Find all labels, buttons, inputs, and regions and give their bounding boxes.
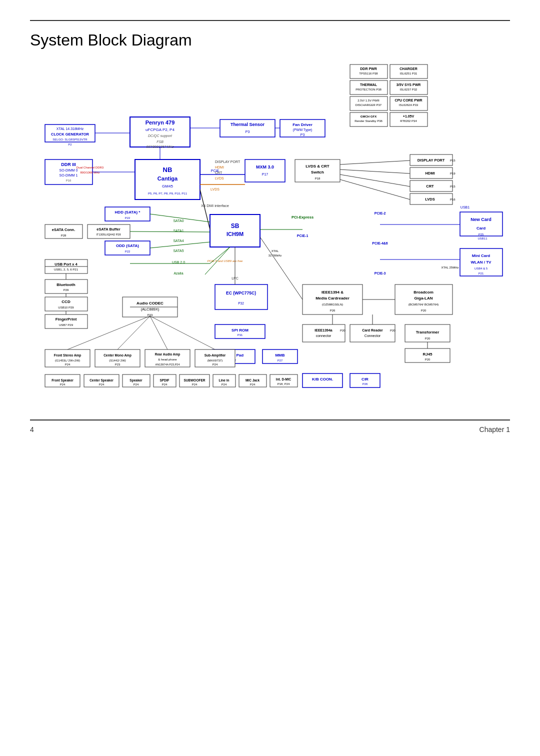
svg-text:P22: P22	[125, 250, 130, 253]
svg-text:P31: P31	[238, 334, 243, 336]
svg-text:Front Speaker: Front Speaker	[52, 378, 74, 382]
svg-text:USB1: USB1	[460, 206, 470, 209]
svg-text:Center Mono Amp: Center Mono Amp	[104, 354, 132, 358]
svg-text:connector: connector	[316, 334, 332, 338]
svg-text:uFCPGA  P2, P4: uFCPGA P2, P4	[146, 128, 174, 132]
svg-text:SB: SB	[231, 222, 240, 230]
svg-text:USB4 & 5: USB4 & 5	[474, 267, 488, 270]
svg-text:32.768kHz: 32.768kHz	[268, 254, 282, 257]
svg-text:Broadcom: Broadcom	[414, 290, 434, 294]
svg-text:Connector: Connector	[364, 334, 381, 338]
svg-text:eSATA Buffer: eSATA Buffer	[96, 227, 120, 232]
svg-text:PROTECTION  P38: PROTECTION P38	[356, 88, 382, 91]
svg-text:New Card: New Card	[470, 217, 492, 222]
svg-text:PCIE-1: PCIE-1	[297, 234, 308, 238]
page-title: System Block Diagram	[30, 31, 510, 50]
svg-text:(MAX9737): (MAX9737)	[208, 359, 222, 362]
svg-text:(PWM Type): (PWM Type)	[293, 128, 312, 132]
svg-text:P18: P18	[315, 177, 320, 180]
svg-text:SPI ROM: SPI ROM	[232, 328, 248, 332]
svg-text:FingerPrint: FingerPrint	[56, 317, 77, 322]
svg-text:P23: P23	[115, 363, 120, 366]
svg-text:ISL6262A   P33: ISL6262A P33	[399, 104, 418, 106]
svg-text:P24: P24	[222, 383, 227, 386]
svg-line-245	[340, 170, 410, 174]
svg-text:P17: P17	[262, 172, 268, 176]
svg-text:GMCH  GFX: GMCH GFX	[360, 115, 376, 118]
svg-text:ICH9M: ICH9M	[226, 231, 244, 237]
svg-text:Fan Driver: Fan Driver	[292, 122, 312, 127]
svg-text:2.5V/ 1.5V PWR: 2.5V/ 1.5V PWR	[358, 99, 380, 102]
svg-text:& head phone: & head phone	[158, 358, 177, 361]
svg-text:ODD (SATA): ODD (SATA)	[116, 244, 139, 248]
svg-text:AN13974A  P23,P24: AN13974A P23,P24	[156, 363, 180, 366]
svg-text:Penryn 479: Penryn 479	[146, 120, 175, 126]
svg-text:P25: P25	[478, 233, 484, 236]
svg-text:LVDS: LVDS	[215, 176, 224, 180]
page-footer: 4 Chapter 1	[30, 420, 510, 438]
svg-text:Center Speaker: Center Speaker	[90, 378, 114, 382]
svg-text:(ALC889X): (ALC889X)	[140, 307, 160, 312]
svg-text:Thermal Sensor: Thermal Sensor	[230, 122, 265, 127]
svg-text:(G1453L/ 2W+2W): (G1453L/ 2W+2W)	[55, 359, 80, 362]
svg-text:EC (WPC775C): EC (WPC775C)	[226, 290, 256, 296]
svg-text:LVDS: LVDS	[210, 188, 220, 191]
svg-text:eSATA Conn.: eSATA Conn.	[52, 228, 76, 232]
svg-text:XTAL: XTAL	[272, 250, 279, 252]
svg-text:CIR: CIR	[362, 377, 368, 382]
svg-text:MIC Jack: MIC Jack	[246, 378, 260, 382]
svg-text:P24: P24	[250, 383, 256, 386]
svg-text:P16: P16	[450, 198, 456, 201]
svg-text:HDD (SATA) *: HDD (SATA) *	[115, 210, 141, 214]
svg-line-252	[118, 316, 150, 350]
svg-text:RJ45: RJ45	[422, 352, 432, 356]
svg-text:IEEE1394a: IEEE1394a	[314, 328, 332, 332]
svg-rect-146	[302, 324, 345, 342]
svg-text:Transformer: Transformer	[416, 330, 440, 334]
svg-text:DDR III: DDR III	[61, 162, 76, 167]
svg-text:HDMI: HDMI	[425, 171, 434, 176]
svg-text:USB1, 2, 5, 6  P21: USB1, 2, 5, 6 P21	[54, 268, 78, 271]
svg-text:TPS5116  P38: TPS5116 P38	[359, 72, 378, 75]
svg-text:P26: P26	[362, 382, 368, 386]
svg-text:P2: P2	[68, 143, 72, 146]
svg-text:RT8202   P34: RT8202 P34	[400, 120, 417, 122]
svg-text:PCIE-4&6: PCIE-4&6	[372, 242, 388, 245]
svg-text:(S1442/ 2W): (S1442/ 2W)	[109, 359, 126, 362]
svg-text:P18, P24: P18, P24	[278, 382, 290, 386]
svg-text:XTAL 25MHz: XTAL 25MHz	[441, 266, 458, 269]
svg-text:Azalia: Azalia	[174, 272, 183, 275]
svg-text:P24: P24	[212, 363, 218, 366]
svg-text:Speaker: Speaker	[130, 378, 142, 382]
svg-text:P20: P20	[390, 329, 396, 332]
svg-text:Giga-LAN: Giga-LAN	[414, 296, 433, 300]
svg-rect-150	[350, 324, 395, 342]
svg-text:P24: P24	[192, 383, 198, 386]
svg-text:CRT: CRT	[426, 184, 434, 188]
svg-rect-116	[215, 284, 268, 310]
svg-text:X4 DMI interface: X4 DMI interface	[201, 204, 229, 208]
chapter-label: Chapter 1	[480, 426, 510, 434]
svg-text:Rear Audio Amp: Rear Audio Amp	[155, 352, 180, 356]
svg-text:SATA5: SATA5	[173, 249, 184, 252]
svg-text:USB Port x 4: USB Port x 4	[54, 262, 78, 266]
svg-text:Render Standby P36: Render Standby P36	[354, 120, 382, 122]
block-diagram: DDR PWR TPS5116 P38 CHARGER ISL6251 P31 …	[30, 60, 510, 410]
svg-text:P28: P28	[61, 234, 66, 237]
svg-text:Switch: Switch	[311, 170, 324, 174]
svg-rect-54	[245, 160, 285, 182]
svg-text:SATA0: SATA0	[173, 219, 184, 222]
svg-text:LVDS: LVDS	[425, 197, 434, 202]
svg-text:+1.05V: +1.05V	[403, 114, 414, 118]
svg-line-226	[200, 190, 210, 230]
svg-text:P16: P16	[66, 179, 72, 182]
svg-text:NB: NB	[163, 166, 172, 174]
svg-line-253	[150, 316, 168, 350]
svg-text:P24: P24	[65, 363, 70, 366]
svg-text:P20: P20	[421, 309, 426, 312]
svg-line-247	[340, 180, 410, 200]
svg-text:P27: P27	[278, 359, 283, 362]
svg-text:PCI-Express: PCI-Express	[292, 215, 314, 220]
svg-text:SELGO: SLG8SP513VTR: SELGO: SLG8SP513VTR	[52, 138, 88, 141]
svg-text:ISL6237   P32: ISL6237 P32	[400, 88, 418, 91]
